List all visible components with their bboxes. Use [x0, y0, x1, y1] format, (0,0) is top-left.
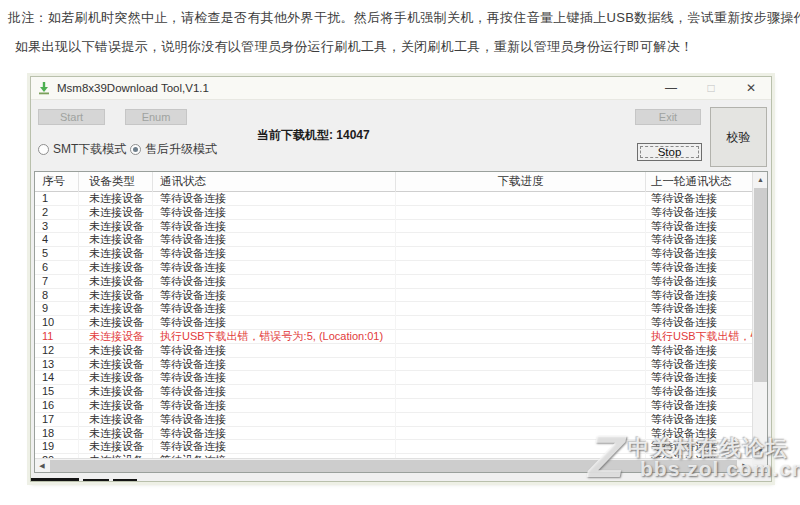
cell: 等待设备连接	[646, 399, 752, 413]
radio-aftersale-upgrade-mode[interactable]: 售后升级模式	[130, 141, 217, 158]
table-body: 1未连接设备等待设备连接等待设备连接2未连接设备等待设备连接等待设备连接3未连接…	[35, 192, 752, 458]
stop-button[interactable]: Stop	[637, 143, 702, 161]
table-row[interactable]: 9未连接设备等待设备连接等待设备连接	[35, 302, 752, 316]
cell: 等待设备连接	[646, 247, 752, 261]
cell: 未连接设备	[79, 206, 153, 220]
close-button[interactable]: ✕	[731, 77, 771, 99]
minimize-button[interactable]: —	[651, 77, 691, 99]
cell: 未连接设备	[79, 427, 153, 441]
status-dark-mark	[83, 479, 109, 481]
cell: 17	[35, 413, 79, 427]
horizontal-scrollbar[interactable]: ◀ ▶	[35, 458, 752, 472]
cell: 未连接设备	[79, 358, 153, 372]
cell: 等待设备连接	[646, 233, 752, 247]
vertical-scrollbar[interactable]: ▲ ▼	[752, 172, 767, 458]
table-row[interactable]: 14未连接设备等待设备连接等待设备连接	[35, 371, 752, 385]
cell	[396, 330, 646, 344]
header-cell[interactable]: 下载进度	[396, 172, 646, 192]
table-row[interactable]: 12未连接设备等待设备连接等待设备连接	[35, 344, 752, 358]
cell: 等待设备连接	[153, 440, 396, 454]
table-row[interactable]: 2未连接设备等待设备连接等待设备连接	[35, 206, 752, 220]
cell: 等待设备连接	[153, 206, 396, 220]
cell: 等待设备连接	[153, 233, 396, 247]
exit-button[interactable]: Exit	[635, 109, 701, 125]
radio-unchecked-icon	[38, 144, 49, 155]
start-button[interactable]: Start	[38, 109, 105, 125]
table-row[interactable]: 5未连接设备等待设备连接等待设备连接	[35, 247, 752, 261]
table-row[interactable]: 17未连接设备等待设备连接等待设备连接	[35, 413, 752, 427]
cell	[396, 316, 646, 330]
scroll-up-icon[interactable]: ▲	[753, 172, 768, 187]
verify-button[interactable]: 校验	[710, 107, 767, 167]
table-row[interactable]: 18未连接设备等待设备连接等待设备连接	[35, 427, 752, 441]
header-cell[interactable]: 通讯状态	[153, 172, 396, 192]
header-cell[interactable]: 上一轮通讯状态	[646, 172, 752, 192]
cell: 2	[35, 206, 79, 220]
cell: 12	[35, 344, 79, 358]
cell: 未连接设备	[79, 275, 153, 289]
scroll-down-icon[interactable]: ▼	[753, 443, 768, 458]
table-row[interactable]: 16未连接设备等待设备连接等待设备连接	[35, 399, 752, 413]
cell	[396, 261, 646, 275]
cell: 等待设备连接	[646, 344, 752, 358]
cell: 等待设备连接	[646, 358, 752, 372]
cell	[396, 302, 646, 316]
scrollbar-corner	[752, 458, 767, 472]
device-table: 序号设备类型通讯状态下载进度上一轮通讯状态 1未连接设备等待设备连接等待设备连接…	[34, 171, 768, 473]
cell: 未连接设备	[79, 413, 153, 427]
table-row[interactable]: 15未连接设备等待设备连接等待设备连接	[35, 385, 752, 399]
cell	[396, 399, 646, 413]
cell	[396, 413, 646, 427]
cell: 等待设备连接	[153, 344, 396, 358]
cell: 等待设备连接	[646, 261, 752, 275]
cell: 4	[35, 233, 79, 247]
cell: 18	[35, 427, 79, 441]
table-row[interactable]: 8未连接设备等待设备连接等待设备连接	[35, 289, 752, 303]
table-row[interactable]: 10未连接设备等待设备连接等待设备连接	[35, 316, 752, 330]
cell: 8	[35, 289, 79, 303]
vertical-scroll-thumb[interactable]	[754, 188, 767, 382]
enum-button[interactable]: Enum	[125, 109, 187, 125]
table-header: 序号设备类型通讯状态下载进度上一轮通讯状态	[35, 172, 752, 192]
cell: 等待设备连接	[646, 275, 752, 289]
cell: 等待设备连接	[153, 427, 396, 441]
table-row[interactable]: 1未连接设备等待设备连接等待设备连接	[35, 192, 752, 206]
table-row[interactable]: 19未连接设备等待设备连接等待设备连接	[35, 440, 752, 454]
cell: 等待设备连接	[646, 220, 752, 234]
status-dark-mark	[31, 478, 79, 481]
horizontal-scroll-thumb[interactable]	[50, 460, 737, 472]
radio-smt-download-mode[interactable]: SMT下载模式	[38, 141, 126, 158]
table-row[interactable]: 13未连接设备等待设备连接等待设备连接	[35, 358, 752, 372]
cell: 等待设备连接	[153, 247, 396, 261]
cell	[396, 192, 646, 206]
cell: 等待设备连接	[153, 399, 396, 413]
table-row[interactable]: 7未连接设备等待设备连接等待设备连接	[35, 275, 752, 289]
cell: 6	[35, 261, 79, 275]
cell: 等待设备连接	[646, 371, 752, 385]
cell: 等待设备连接	[646, 206, 752, 220]
app-window: Msm8x39Download Tool,V1.1 — □ ✕ Start En…	[30, 76, 772, 482]
cell	[396, 233, 646, 247]
table-row[interactable]: 11未连接设备执行USB下载出错，错误号为:5, (Location:01)执行…	[35, 330, 752, 344]
status-strip	[31, 473, 771, 481]
cell: 13	[35, 358, 79, 372]
cell: 等待设备连接	[153, 302, 396, 316]
table-row[interactable]: 3未连接设备等待设备连接等待设备连接	[35, 220, 752, 234]
cell: 等待设备连接	[646, 192, 752, 206]
cell: 等待设备连接	[153, 261, 396, 275]
cell: 14	[35, 371, 79, 385]
scroll-left-icon[interactable]: ◀	[35, 459, 49, 472]
maximize-button[interactable]: □	[691, 77, 731, 99]
cell: 5	[35, 247, 79, 261]
cell: 11	[35, 330, 79, 344]
scroll-right-icon[interactable]: ▶	[738, 459, 752, 472]
table-row[interactable]: 6未连接设备等待设备连接等待设备连接	[35, 261, 752, 275]
header-cell[interactable]: 序号	[35, 172, 79, 192]
cell: 等待设备连接	[646, 427, 752, 441]
cell: 未连接设备	[79, 247, 153, 261]
cell: 等待设备连接	[153, 220, 396, 234]
header-cell[interactable]: 设备类型	[79, 172, 153, 192]
cell: 执行USB下载出错，错误号为:5, (Location:01)	[646, 330, 752, 344]
cell: 7	[35, 275, 79, 289]
table-row[interactable]: 4未连接设备等待设备连接等待设备连接	[35, 233, 752, 247]
